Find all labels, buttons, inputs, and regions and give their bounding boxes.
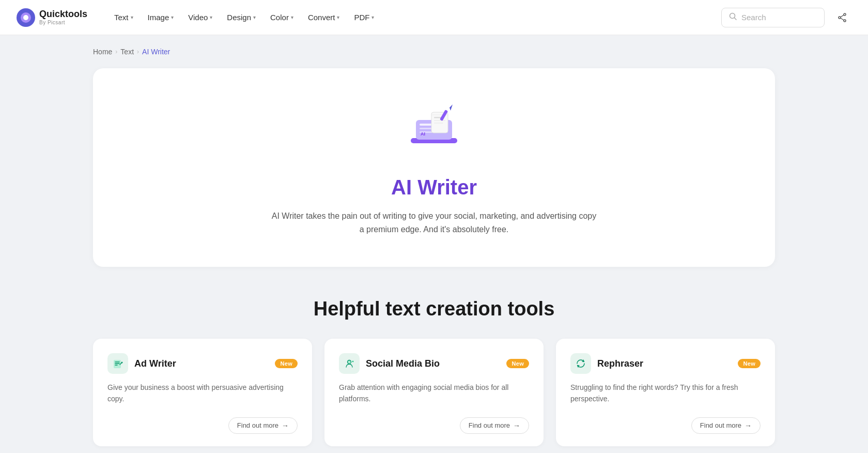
search-placeholder: Search	[741, 13, 766, 22]
hero-card: AI AI Writer AI Writer takes the pain ou…	[93, 68, 775, 267]
share-button[interactable]	[833, 8, 851, 27]
tool-card-ad-writer[interactable]: Ad Writer New Give your business a boost…	[93, 339, 312, 446]
svg-point-19	[121, 362, 123, 364]
hero-desc: AI Writer takes the pain out of writing …	[269, 209, 599, 236]
chevron-down-icon: ▾	[253, 14, 256, 20]
chevron-down-icon: ▾	[131, 14, 133, 20]
tool-card-rephraser[interactable]: Rephraser New Struggling to find the rig…	[556, 339, 775, 446]
breadcrumb-home[interactable]: Home	[93, 48, 112, 56]
tools-grid: Ad Writer New Give your business a boost…	[93, 339, 775, 446]
chevron-down-icon: ▾	[171, 14, 174, 20]
logo[interactable]: Quicktools By Picsart	[17, 8, 87, 27]
nav-convert[interactable]: Convert ▾	[302, 9, 346, 26]
arrow-icon: →	[282, 421, 289, 430]
header: Quicktools By Picsart Text ▾ Image ▾ Vid…	[0, 0, 868, 35]
breadcrumb: Home › Text › AI Writer	[93, 48, 775, 56]
main-content: Home › Text › AI Writer	[72, 35, 796, 453]
chevron-down-icon: ▾	[337, 14, 339, 20]
breadcrumb-text[interactable]: Text	[120, 48, 134, 56]
header-actions: Search	[721, 8, 851, 27]
social-bio-icon	[339, 353, 360, 374]
chevron-down-icon: ▾	[291, 14, 293, 20]
breadcrumb-sep-2: ›	[137, 48, 139, 55]
card-header: Rephraser New	[570, 353, 761, 374]
badge-new: New	[738, 359, 761, 368]
nav-video[interactable]: Video ▾	[182, 9, 219, 26]
card-header: Ad Writer New	[107, 353, 298, 374]
arrow-icon: →	[745, 421, 752, 430]
svg-rect-18	[114, 360, 121, 368]
tool-title: Social Media Bio	[366, 358, 440, 369]
logo-by: By Picsart	[39, 20, 87, 25]
main-nav: Text ▾ Image ▾ Video ▾ Design ▾ Color ▾ …	[108, 9, 721, 26]
find-out-button[interactable]: Find out more →	[691, 417, 761, 434]
tool-title: Ad Writer	[134, 358, 176, 369]
card-header: Social Media Bio New	[339, 353, 529, 374]
nav-image[interactable]: Image ▾	[142, 9, 180, 26]
svg-rect-14	[434, 120, 445, 121]
arrow-icon: →	[513, 421, 520, 430]
rephraser-icon	[570, 353, 591, 374]
nav-pdf[interactable]: PDF ▾	[348, 9, 380, 26]
svg-point-6	[844, 20, 846, 22]
find-out-button[interactable]: Find out more →	[460, 417, 529, 434]
find-out-button[interactable]: Find out more →	[228, 417, 298, 434]
nav-design[interactable]: Design ▾	[221, 9, 262, 26]
hero-title: AI Writer	[114, 176, 754, 199]
section-title: Helpful text creation tools	[93, 298, 775, 320]
badge-new: New	[506, 359, 529, 368]
chevron-down-icon: ▾	[371, 14, 374, 20]
ad-writer-icon	[107, 353, 128, 374]
tool-desc: Give your business a boost with persuasi…	[107, 382, 298, 404]
tool-title: Rephraser	[597, 358, 643, 369]
breadcrumb-current: AI Writer	[142, 48, 170, 56]
search-icon	[729, 12, 737, 23]
svg-text:AI: AI	[421, 131, 425, 137]
logo-name: Quicktools	[39, 9, 87, 20]
svg-point-5	[839, 17, 841, 19]
nav-text[interactable]: Text ▾	[108, 9, 140, 26]
badge-new: New	[275, 359, 298, 368]
tool-desc: Struggling to find the right words? Try …	[570, 382, 761, 404]
svg-rect-15	[434, 123, 443, 124]
tool-card-social-bio[interactable]: Social Media Bio New Grab attention with…	[324, 339, 544, 446]
svg-point-2	[23, 15, 28, 20]
tool-desc: Grab attention with engaging social medi…	[339, 382, 529, 404]
chevron-down-icon: ▾	[210, 14, 212, 20]
search-box[interactable]: Search	[721, 8, 825, 27]
nav-color[interactable]: Color ▾	[264, 9, 300, 26]
hero-illustration: AI	[403, 99, 465, 161]
breadcrumb-sep-1: ›	[115, 48, 117, 55]
svg-point-4	[844, 13, 846, 16]
